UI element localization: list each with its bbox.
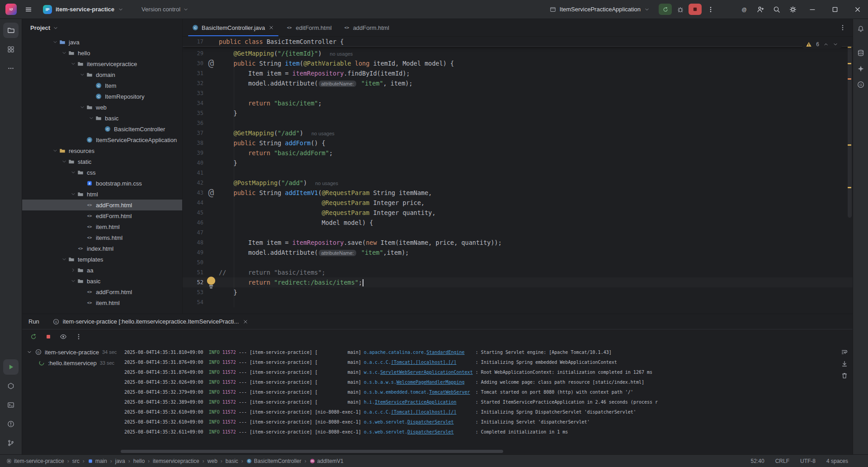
- console-class-link[interactable]: WelcomePageHandlerMapping: [396, 380, 465, 385]
- project-tree-item-addForm.html[interactable]: <>addForm.html: [22, 200, 182, 210]
- tool-window-button-structure[interactable]: [3, 42, 19, 57]
- console-class-link[interactable]: [Tomcat].[localhost].[/]: [391, 360, 457, 365]
- error-stripe-mark[interactable]: [848, 63, 851, 64]
- inspections-widget[interactable]: 6: [802, 40, 842, 49]
- breadcrumb-item-itemservicepractice[interactable]: itemservicepractice: [153, 458, 199, 464]
- code-line[interactable]: 45 @RequestParam Integer quantity,: [183, 208, 853, 218]
- idea-logo[interactable]: IJ: [5, 4, 17, 15]
- tool-window-button-more-tools[interactable]: [3, 61, 19, 76]
- status-widget-4 spaces[interactable]: 4 spaces: [826, 458, 848, 464]
- minimize-button[interactable]: [802, 0, 823, 19]
- breadcrumb-item-addItemV1[interactable]: maddItemV1: [310, 458, 344, 464]
- code-line[interactable]: 33: [183, 88, 853, 98]
- project-tree-item-aa[interactable]: aa: [22, 265, 182, 276]
- project-tree-item-addForm.html[interactable]: <>addForm.html: [22, 286, 182, 297]
- collapse-node-icon[interactable]: [69, 61, 77, 67]
- line-number[interactable]: 45: [183, 210, 203, 216]
- project-tree-item-domain[interactable]: domain: [22, 69, 182, 80]
- project-tree-item-Item[interactable]: CItem: [22, 80, 182, 91]
- tool-window-button-database[interactable]: [854, 47, 867, 59]
- project-tree-item-ItemServicePracticeApplication[interactable]: CItemServicePracticeApplication: [22, 134, 182, 145]
- line-number[interactable]: 29: [183, 50, 203, 57]
- collapse-node-icon[interactable]: [69, 278, 77, 284]
- run-configuration-selector[interactable]: ItemServicePracticeApplication: [546, 4, 653, 14]
- console-class-link[interactable]: [Tomcat].[localhost].[/]: [391, 410, 457, 415]
- console-class-link[interactable]: TomcatWebServer: [429, 390, 470, 395]
- breadcrumb-item-basic[interactable]: basic: [226, 458, 238, 464]
- code-line[interactable]: 47: [183, 228, 853, 238]
- project-tree-item-static[interactable]: static: [22, 156, 182, 167]
- collapse-node-icon[interactable]: [60, 159, 68, 164]
- breadcrumb-item-web[interactable]: web: [208, 458, 217, 464]
- soft-wrap-icon[interactable]: [841, 348, 848, 356]
- line-number[interactable]: 40: [183, 160, 203, 166]
- intention-bulb-icon[interactable]: [203, 275, 219, 290]
- line-number[interactable]: 32: [183, 80, 203, 86]
- show-options-icon[interactable]: [60, 333, 67, 340]
- tool-window-button-services[interactable]: [3, 378, 19, 394]
- code-line[interactable]: 44 @RequestParam Integer price,: [183, 198, 853, 208]
- editor-tab-addForm.html[interactable]: <>addForm.html: [338, 19, 395, 36]
- project-tree-item-html[interactable]: html: [22, 189, 182, 200]
- settings-button[interactable]: [786, 2, 800, 17]
- project-tree-item-item.html[interactable]: <>item.html: [22, 221, 182, 232]
- console-class-link[interactable]: StandardEngine: [426, 350, 464, 355]
- console-class-link[interactable]: ItemServicePracticeApplication: [375, 400, 457, 405]
- close-window-button[interactable]: [847, 0, 868, 19]
- rerun-icon[interactable]: [30, 333, 37, 340]
- error-stripe[interactable]: [846, 37, 853, 314]
- line-number[interactable]: 34: [183, 100, 203, 106]
- run-more-options-icon[interactable]: [75, 333, 82, 340]
- project-tree-item-templates[interactable]: templates: [22, 254, 182, 265]
- search-everywhere-button[interactable]: [769, 2, 784, 17]
- line-number[interactable]: 47: [183, 229, 203, 236]
- code-line[interactable]: 53 }: [183, 287, 853, 297]
- code-line[interactable]: 50: [183, 257, 853, 267]
- tool-window-button-run[interactable]: [3, 359, 19, 375]
- console-class-link[interactable]: DispatcherServlet: [407, 429, 453, 434]
- tool-window-button-project[interactable]: [3, 23, 19, 38]
- line-number[interactable]: 53: [183, 289, 203, 295]
- line-number[interactable]: 30: [183, 60, 203, 67]
- at-button[interactable]: @: [737, 2, 751, 17]
- line-number[interactable]: 42: [183, 180, 203, 186]
- project-tree-item-web[interactable]: web: [22, 102, 182, 113]
- run-tree-item-item-service-practice[interactable]: Gitem-service-practice34 sec: [22, 347, 119, 357]
- code-line[interactable]: 46 Model model) {: [183, 218, 853, 228]
- error-stripe-mark[interactable]: [848, 144, 851, 146]
- code-line[interactable]: 40 }: [183, 158, 853, 168]
- code-line[interactable]: 52 return "redirect:/basic/items";: [183, 277, 853, 287]
- tab-options-icon[interactable]: [839, 24, 846, 31]
- expand-node-icon[interactable]: [69, 267, 77, 273]
- line-number[interactable]: 17: [183, 38, 203, 45]
- code-line[interactable]: 34 return "basic/item";: [183, 98, 853, 108]
- project-tree-item-item.html[interactable]: <>item.html: [22, 297, 182, 308]
- code-line[interactable]: 32 model.addAttribute(attributeName: "it…: [183, 78, 853, 88]
- breadcrumb-item-item-service-practice[interactable]: item-service-practice: [6, 458, 64, 464]
- line-number[interactable]: 39: [183, 150, 203, 156]
- code-line[interactable]: 42 @PostMapping("/add")no usages: [183, 178, 853, 188]
- line-number[interactable]: 54: [183, 299, 203, 305]
- tool-window-button-gradle[interactable]: G: [854, 78, 867, 91]
- vcs-widget[interactable]: Version control: [138, 4, 192, 14]
- breadcrumb-item-main[interactable]: main: [88, 458, 107, 464]
- project-tree-item-itemservicepractice[interactable]: itemservicepractice: [22, 58, 182, 69]
- code-with-me-button[interactable]: [753, 2, 768, 17]
- main-menu-button[interactable]: [21, 2, 36, 17]
- line-number[interactable]: 44: [183, 200, 203, 206]
- run-tab[interactable]: G item-service-practice [:hello.itemserv…: [49, 314, 252, 329]
- code-line[interactable]: 29 @GetMapping("/{itemId}")no usages: [183, 48, 853, 58]
- collapse-node-icon[interactable]: [78, 105, 86, 110]
- code-line[interactable]: 37 @GetMapping("/add")no usages: [183, 128, 853, 138]
- clear-console-icon[interactable]: [841, 372, 848, 379]
- line-number[interactable]: 33: [183, 90, 203, 96]
- project-tree-item-hello[interactable]: hello: [22, 48, 182, 58]
- scroll-to-end-icon[interactable]: [841, 360, 848, 367]
- project-tree-item-java[interactable]: java: [22, 37, 182, 48]
- line-number[interactable]: 31: [183, 70, 203, 76]
- project-tree-item-items.html[interactable]: <>items.html: [22, 232, 182, 243]
- rerun-button[interactable]: [659, 4, 672, 15]
- line-number[interactable]: 51: [183, 269, 203, 276]
- tool-window-button-notifications[interactable]: [854, 23, 867, 35]
- line-number[interactable]: 46: [183, 219, 203, 226]
